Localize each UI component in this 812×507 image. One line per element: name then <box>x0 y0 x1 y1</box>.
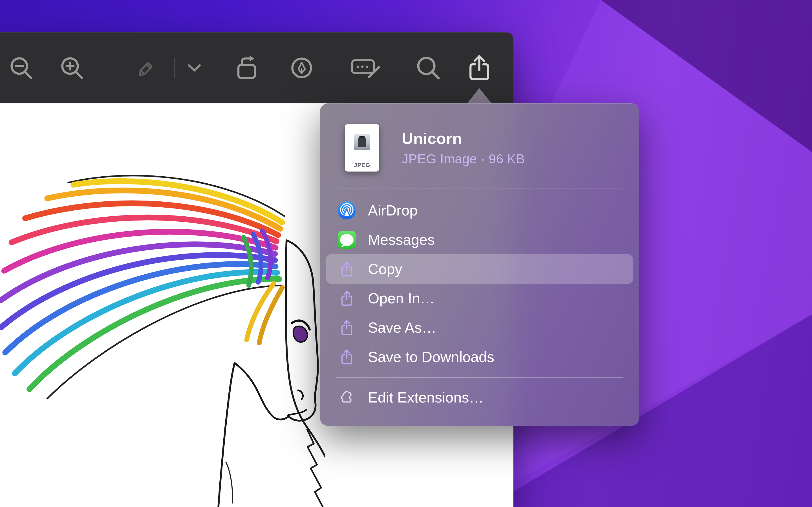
rotate-button[interactable] <box>234 55 262 81</box>
edit-extensions-label: Edit Extensions… <box>368 390 484 405</box>
share-item-label: Save As… <box>368 320 437 335</box>
file-type-badge: JPEG <box>345 162 379 168</box>
annotate-button[interactable] <box>289 55 315 81</box>
share-glyph-icon <box>337 349 357 365</box>
desktop: JPEG Unicorn JPEG Image · 96 KB <box>0 0 812 507</box>
zoom-out-icon <box>8 55 34 81</box>
file-thumbnail-jpeg: JPEG <box>345 124 379 172</box>
share-item-open-in[interactable]: Open In… <box>326 284 633 313</box>
rotate-icon <box>234 55 262 81</box>
airdrop-icon <box>337 202 357 219</box>
share-item-copy[interactable]: Copy <box>326 255 633 284</box>
chevron-down-icon <box>187 64 201 72</box>
file-header: JPEG Unicorn JPEG Image · 96 KB <box>320 103 639 172</box>
share-item-airdrop[interactable]: AirDrop <box>326 196 633 225</box>
file-thumbnail-photo <box>354 134 370 150</box>
zoom-in-button[interactable] <box>59 55 85 81</box>
share-item-label: Copy <box>368 262 402 276</box>
share-glyph-icon <box>337 261 357 277</box>
share-menu: AirDrop Messages <box>320 188 639 372</box>
tools-chevron-button[interactable] <box>187 64 201 72</box>
share-glyph-icon <box>337 290 357 306</box>
window-toolbar <box>0 33 513 104</box>
share-item-save-to-downloads[interactable]: Save to Downloads <box>326 342 633 372</box>
text-markup-icon <box>350 55 381 80</box>
share-item-save-as[interactable]: Save As… <box>326 313 633 342</box>
share-item-messages[interactable]: Messages <box>326 225 633 255</box>
search-button[interactable] <box>415 54 442 81</box>
extensions-icon <box>337 389 357 406</box>
messages-icon <box>337 231 357 249</box>
share-button[interactable] <box>467 54 491 82</box>
search-icon <box>415 54 442 81</box>
share-item-label: AirDrop <box>368 203 417 218</box>
zoom-out-button[interactable] <box>8 55 34 81</box>
zoom-in-icon <box>59 55 85 81</box>
share-glyph-icon <box>337 320 357 336</box>
markup-pencil-button[interactable] <box>133 54 160 81</box>
unicorn-image <box>0 168 325 507</box>
file-meta: JPEG Image · 96 KB <box>402 151 525 166</box>
share-popover: JPEG Unicorn JPEG Image · 96 KB <box>320 103 639 426</box>
share-item-label: Open In… <box>368 291 435 305</box>
share-item-label: Messages <box>368 232 435 247</box>
share-item-label: Save to Downloads <box>368 349 494 364</box>
text-markup-button[interactable] <box>350 55 381 80</box>
annotate-pen-icon <box>289 55 315 81</box>
file-name: Unicorn <box>402 129 525 148</box>
markup-pencil-icon <box>133 54 160 81</box>
share-icon <box>467 54 491 82</box>
toolbar-separator <box>174 58 175 78</box>
edit-extensions-item[interactable]: Edit Extensions… <box>326 383 633 412</box>
